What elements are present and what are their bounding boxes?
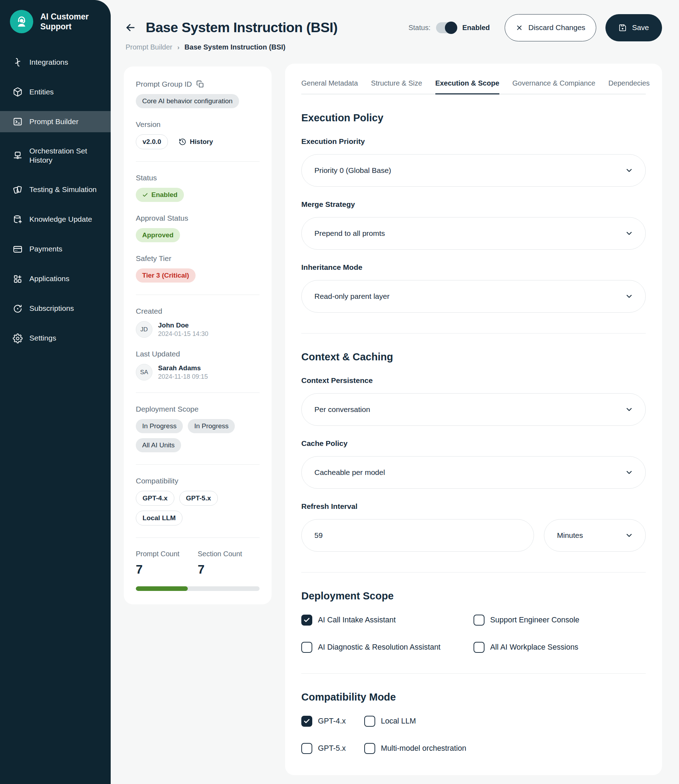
checkbox-box[interactable] <box>301 642 312 653</box>
grid-plus-icon <box>13 274 23 284</box>
tab-structure-size[interactable]: Structure & Size <box>371 79 422 94</box>
tab-dependencies[interactable]: Dependecies <box>608 79 650 94</box>
database-upload-icon <box>13 214 23 225</box>
execution-priority-label: Execution Priority <box>301 137 646 146</box>
refresh-cycle-icon <box>13 304 23 314</box>
status-value: Enabled <box>462 24 490 32</box>
sidebar-item-orchestration-set-history[interactable]: Orchestration Set History <box>0 141 111 171</box>
chevron-down-icon <box>625 292 634 300</box>
sidebar-item-integrations[interactable]: Integrations <box>0 52 111 73</box>
checkbox-label: GPT-5.x <box>318 744 346 753</box>
prompt-count-label: Prompt Count <box>136 550 198 558</box>
merge-strategy-value: Prepend to all promts <box>314 229 385 238</box>
checkbox-label: AI Call Intake Assistant <box>318 616 396 624</box>
sidebar-item-testing-simulation[interactable]: Testing & Simulation <box>0 179 111 200</box>
cache-policy-select[interactable]: Cacheable per model <box>301 456 646 489</box>
progress-bar <box>136 586 260 591</box>
app-brand: AI Customer Support <box>0 0 111 33</box>
status-toggle[interactable] <box>436 22 457 33</box>
cards-icon <box>13 185 23 195</box>
inheritance-mode-select[interactable]: Read-only parent layer <box>301 280 646 313</box>
tab-execution-scope[interactable]: Execution & Scope <box>435 79 499 94</box>
context-persistence-select[interactable]: Per conversation <box>301 393 646 426</box>
refresh-interval-unit-select[interactable]: Minutes <box>544 519 646 552</box>
checkbox-box[interactable] <box>301 743 312 754</box>
save-button[interactable]: Save <box>605 14 662 41</box>
close-icon <box>516 24 523 31</box>
prompt-group-id-label: Prompt Group ID <box>136 80 192 88</box>
created-by-row: JD John Doe 2024-01-15 14:30 <box>136 321 260 338</box>
checkbox-ai-diagnostic-resolution-assistant[interactable]: AI Diagnostic & Resolution Assistant <box>301 642 474 653</box>
refresh-interval-unit-value: Minutes <box>557 531 583 540</box>
created-label: Created <box>136 307 260 315</box>
checkbox-box[interactable] <box>364 743 375 754</box>
chevron-down-icon <box>625 405 634 414</box>
sidebar-item-entities[interactable]: Entities <box>0 81 111 103</box>
sidebar-item-label: Payments <box>29 244 62 254</box>
main-panel: General Metadata Structure & Size Execut… <box>285 64 662 775</box>
checkbox-support-engineer-console[interactable]: Support Engineer Console <box>474 615 646 626</box>
sidebar-item-payments[interactable]: Payments <box>0 239 111 260</box>
avatar: SA <box>136 364 152 380</box>
checkbox-gpt-4x[interactable]: GPT-4.x <box>301 716 364 727</box>
execution-priority-value: Priority 0 (Global Base) <box>314 166 391 175</box>
tab-general-metadata[interactable]: General Metadata <box>301 79 358 94</box>
breadcrumb-parent[interactable]: Prompt Builder <box>125 43 172 51</box>
checkbox-ai-call-intake-assistant[interactable]: AI Call Intake Assistant <box>301 615 474 626</box>
discard-changes-button[interactable]: Discard Changes <box>505 14 596 41</box>
checkbox-box[interactable] <box>474 642 485 653</box>
sidebar-item-applications[interactable]: Applications <box>0 268 111 290</box>
compatibility-tag: Local LLM <box>136 511 183 526</box>
sidebar-item-label: Entities <box>29 88 54 97</box>
orchestration-icon <box>13 151 23 161</box>
status-label: Status: <box>408 24 430 32</box>
gear-icon <box>13 333 23 343</box>
checkbox-box[interactable] <box>474 615 485 626</box>
cache-policy-label: Cache Policy <box>301 439 646 448</box>
deployment-scope-options: AI Call Intake Assistant Support Enginee… <box>301 615 646 653</box>
refresh-interval-input[interactable] <box>301 519 534 552</box>
page-header: Base System Instruction (BSI) Status: En… <box>125 13 662 42</box>
copy-icon[interactable] <box>196 80 204 88</box>
checkbox-label: Support Engineer Console <box>490 616 579 624</box>
sidebar-item-label: Subscriptions <box>29 304 74 313</box>
refresh-interval-label: Refresh Interval <box>301 502 646 511</box>
version-label: Version <box>136 120 260 129</box>
sidebar-item-prompt-builder[interactable]: Prompt Builder <box>0 111 111 132</box>
history-button[interactable]: History <box>178 138 213 146</box>
checkbox-local-llm[interactable]: Local LLM <box>364 716 646 727</box>
merge-strategy-select[interactable]: Prepend to all promts <box>301 217 646 250</box>
checkbox-box[interactable] <box>301 716 312 727</box>
sidebar-item-knowledge-update[interactable]: Knowledge Update <box>0 209 111 230</box>
checkbox-box[interactable] <box>301 615 312 626</box>
tab-governance-compliance[interactable]: Governance & Compiance <box>512 79 596 94</box>
status-field-label: Status <box>136 174 260 182</box>
sidebar-item-subscriptions[interactable]: Subscriptions <box>0 298 111 319</box>
merge-strategy-label: Merge Strategy <box>301 200 646 209</box>
approval-status-label: Approval Status <box>136 214 260 222</box>
credit-card-icon <box>13 244 23 254</box>
sidebar-item-label: Orchestration Set History <box>29 146 102 165</box>
checkbox-gpt-5x[interactable]: GPT-5.x <box>301 743 364 754</box>
context-persistence-value: Per conversation <box>314 405 370 414</box>
updated-by-date: 2024-11-18 09:15 <box>158 373 208 380</box>
save-label: Save <box>632 23 649 32</box>
breadcrumb-separator-icon: › <box>177 44 179 51</box>
execution-priority-select[interactable]: Priority 0 (Global Base) <box>301 154 646 187</box>
sidebar-item-label: Settings <box>29 333 56 343</box>
progress-bar-fill <box>136 586 188 591</box>
safety-tier-label: Safety Tier <box>136 254 260 263</box>
sidebar-item-label: Prompt Builder <box>29 117 78 126</box>
sidebar-item-label: Integrations <box>29 58 68 67</box>
checkbox-box[interactable] <box>364 716 375 727</box>
sidebar-item-settings[interactable]: Settings <box>0 328 111 349</box>
status-badge: Enabled <box>136 188 184 202</box>
app-title: AI Customer Support <box>40 12 100 31</box>
checkbox-all-ai-workplace-sessions[interactable]: All AI Workplace Sessions <box>474 642 646 653</box>
tab-bar: General Metadata Structure & Size Execut… <box>301 79 646 94</box>
check-icon <box>142 192 148 198</box>
checkbox-multi-model-orchestration[interactable]: Multi-model orchestration <box>364 743 646 754</box>
inheritance-mode-label: Inheritance Mode <box>301 263 646 272</box>
back-arrow-icon[interactable] <box>125 22 136 34</box>
sidebar: AI Customer Support Integrations Entitie… <box>0 0 111 784</box>
